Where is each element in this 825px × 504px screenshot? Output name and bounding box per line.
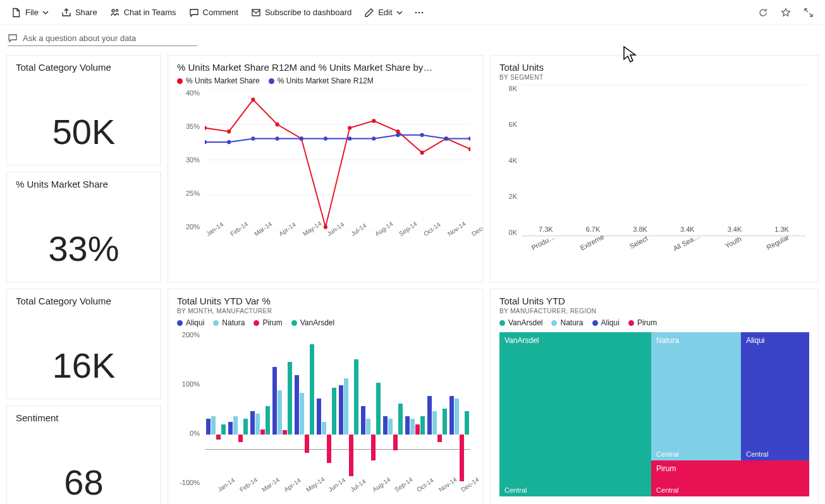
chat-label: Chat in Teams: [124, 8, 176, 17]
comment-icon: [8, 33, 18, 43]
cell-name: Pirum: [656, 464, 676, 473]
file-menu-label: File: [25, 8, 39, 17]
svg-point-18: [372, 119, 376, 123]
svg-point-0: [112, 9, 114, 12]
card-units-market-share[interactable]: % Units Market Share 33%: [6, 172, 161, 282]
treemap-cell-natura[interactable]: Natura Central: [651, 332, 741, 460]
legend-label: Natura: [222, 318, 245, 327]
legend-dot-icon: [254, 320, 259, 326]
tile-subtitle: BY SEGMENT: [499, 74, 809, 81]
expand-icon: [804, 8, 814, 18]
line-chart: 40%35%30%25%20% Jan-14Feb-14Mar-14Apr-14…: [177, 89, 474, 253]
qna-input[interactable]: Ask a question about your data: [8, 30, 197, 46]
card-total-category-volume-2[interactable]: Total Category Volume 16K: [6, 289, 161, 399]
treemap-cell-pirum[interactable]: Pirum Central: [651, 460, 809, 496]
cluster-chart: 200%100%0%-100% Jan-14Feb-14Mar-14Apr-14…: [177, 331, 474, 504]
ellipsis-icon: [414, 8, 424, 18]
tile-title: Total Units YTD Var %: [177, 296, 474, 306]
legend-label: Aliqui: [186, 318, 204, 327]
svg-point-32: [420, 133, 424, 137]
treemap-cell-aliqui[interactable]: Aliqui Central: [741, 332, 809, 460]
legend-dot-icon: [269, 78, 274, 84]
treemap-cell-vanarsdel[interactable]: VanArsdel Central: [499, 332, 651, 496]
star-icon: [781, 8, 791, 18]
card-title: Total Category Volume: [16, 62, 152, 73]
legend-label: Pirum: [637, 318, 657, 327]
chevron-down-icon: [396, 9, 403, 16]
svg-point-27: [300, 136, 303, 140]
dashboard-grid: Total Category Volume 50K % Units Market…: [0, 49, 825, 504]
svg-point-25: [251, 136, 255, 140]
legend-dot-icon: [291, 320, 297, 326]
refresh-button[interactable]: [753, 4, 773, 21]
card-total-category-volume-1[interactable]: Total Category Volume 50K: [6, 55, 161, 165]
card-title: Total Category Volume: [16, 296, 152, 306]
svg-point-31: [396, 133, 400, 137]
legend-dot-icon: [177, 320, 183, 326]
legend-label: VanArsdel: [508, 318, 542, 327]
legend-label: Aliqui: [601, 318, 620, 327]
favorite-button[interactable]: [776, 4, 796, 21]
svg-point-17: [348, 126, 351, 129]
cell-name: Aliqui: [746, 336, 764, 345]
cell-region: Central: [746, 450, 768, 458]
svg-point-4: [418, 11, 419, 13]
file-icon: [11, 8, 21, 18]
tile-title: % Units Market Share R12M and % Units Ma…: [177, 62, 474, 73]
card-title: % Units Market Share: [16, 179, 152, 189]
svg-point-5: [421, 11, 422, 13]
svg-point-1: [116, 9, 118, 11]
share-icon: [61, 8, 71, 18]
more-menu[interactable]: [410, 4, 428, 21]
legend: % Units Market Share % Units Market Shar…: [177, 76, 474, 85]
legend-label: % Units Market Share: [186, 76, 260, 85]
subscribe-icon: [251, 8, 261, 18]
svg-point-34: [468, 136, 470, 140]
tile-title: Total Units: [499, 62, 809, 73]
comment-button[interactable]: Comment: [184, 4, 243, 21]
tile-treemap-ytd[interactable]: Total Units YTD BY MANUFACTURER, REGION …: [490, 289, 819, 504]
legend-dot-icon: [499, 320, 505, 326]
chevron-down-icon: [42, 9, 49, 16]
qna-placeholder: Ask a question about your data: [23, 33, 136, 43]
tile-line-market-share[interactable]: % Units Market Share R12M and % Units Ma…: [168, 55, 484, 282]
svg-point-24: [227, 140, 231, 144]
comment-icon: [189, 8, 199, 18]
legend-dot-icon: [177, 78, 183, 84]
chat-in-teams-button[interactable]: Chat in Teams: [105, 4, 181, 21]
legend-label: Pirum: [262, 318, 282, 327]
fullscreen-button[interactable]: [798, 4, 819, 21]
bar-chart: 8K6K4K2K0K 7.3K6.7K3.8K3.4K3.4K1.3K Prod…: [499, 85, 809, 261]
treemap: VanArsdel Central Natura Central Aliqui …: [499, 332, 809, 496]
tile-subtitle: BY MANUFACTURER, REGION: [499, 308, 809, 315]
edit-menu[interactable]: Edit: [359, 4, 407, 21]
edit-label: Edit: [378, 8, 392, 17]
svg-point-19: [396, 129, 400, 133]
card-value: 33%: [7, 228, 161, 269]
subscribe-button[interactable]: Subscribe to dashboard: [246, 4, 357, 21]
legend-label: Natura: [560, 318, 583, 327]
legend-dot-icon: [213, 320, 219, 326]
cell-region: Central: [656, 450, 678, 458]
card-title: Sentiment: [16, 412, 152, 423]
legend: Aliqui Natura Pirum VanArsdel: [177, 318, 474, 327]
legend-label: VanArsdel: [300, 318, 334, 327]
svg-point-12: [227, 129, 231, 133]
file-menu[interactable]: File: [6, 4, 54, 21]
svg-point-16: [324, 225, 327, 229]
card-sentiment[interactable]: Sentiment 68: [6, 405, 161, 504]
svg-point-14: [275, 123, 279, 126]
tile-cluster-ytd-var[interactable]: Total Units YTD Var % BY MONTH, MANUFACT…: [168, 289, 484, 504]
card-value: 16K: [7, 345, 161, 386]
share-button[interactable]: Share: [56, 4, 102, 21]
tile-bars-total-units[interactable]: Total Units BY SEGMENT 8K6K4K2K0K 7.3K6.…: [490, 55, 819, 282]
cell-region: Central: [504, 486, 527, 494]
svg-point-33: [444, 136, 448, 140]
svg-point-23: [205, 140, 207, 144]
card-value: 68: [7, 462, 161, 503]
svg-point-22: [468, 147, 470, 151]
tile-title: Total Units YTD: [499, 296, 809, 306]
legend-dot-icon: [592, 320, 598, 326]
svg-point-3: [415, 11, 416, 13]
share-label: Share: [75, 8, 97, 17]
